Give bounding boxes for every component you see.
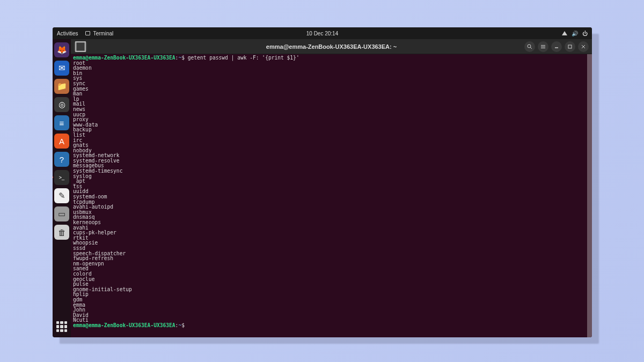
output-line: kerneoops — [73, 220, 590, 225]
output-line: man — [73, 91, 590, 97]
text-editor-icon[interactable]: ✎ — [54, 188, 69, 203]
files-icon[interactable]: 📁 — [54, 79, 69, 94]
output-line: gnome-initial-setup — [73, 287, 590, 292]
output-line: games — [73, 86, 590, 92]
output-line: proxy — [73, 117, 590, 122]
menu-button[interactable] — [538, 41, 548, 52]
prompt-line: emma@emma-ZenBook-UX363EA-UX363EA:~$ — [73, 323, 590, 328]
output-line: hplip — [73, 292, 590, 297]
system-tray[interactable]: 🔊 ⏻ — [562, 31, 588, 36]
output-line: whoopsie — [73, 240, 590, 246]
active-app-label: Terminal — [93, 31, 113, 36]
output-line: uuidd — [73, 189, 590, 194]
output-line: David — [73, 313, 590, 318]
output-line: sys — [73, 76, 590, 81]
output-line: systemd-resolve — [73, 158, 590, 164]
terminal-body[interactable]: emma@emma-ZenBook-UX363EA-UX363EA:~$ get… — [71, 54, 592, 337]
svg-line-2 — [530, 47, 532, 49]
output-line: list — [73, 132, 590, 138]
svg-rect-0 — [76, 42, 85, 51]
command-line: emma@emma-ZenBook-UX363EA-UX363EA:~$ get… — [73, 55, 590, 61]
output-line: uucp — [73, 112, 590, 117]
power-icon: ⏻ — [582, 31, 588, 36]
output-line: rtkit — [73, 235, 590, 241]
output-line: tss — [73, 184, 590, 189]
thunderbird-icon[interactable]: ✉ — [54, 61, 69, 76]
output-line: mail — [73, 101, 590, 107]
output-line: saned — [73, 266, 590, 271]
activities-button[interactable]: Activities — [57, 31, 78, 36]
volume-icon: 🔊 — [572, 31, 578, 36]
new-tab-button[interactable] — [74, 41, 87, 52]
prompt-path: ~ — [178, 322, 181, 328]
desktop-screenshot: Activities Terminal 10 Dec 20:14 🔊 ⏻ 🦊✉📁… — [53, 27, 592, 337]
output-line: systemd-timesync — [73, 168, 590, 174]
svg-rect-7 — [568, 45, 572, 48]
ssd-icon[interactable]: ▭ — [54, 206, 69, 221]
output-line: daemon — [73, 65, 590, 71]
output-line: bin — [73, 71, 590, 76]
output-line: fwupd-refresh — [73, 256, 590, 261]
scrollbar[interactable] — [587, 54, 592, 337]
help-icon[interactable]: ? — [54, 152, 69, 167]
output-line: news — [73, 107, 590, 112]
clock[interactable]: 10 Dec 20:14 — [306, 31, 339, 36]
output-line: geoclue — [73, 277, 590, 282]
gnome-top-bar: Activities Terminal 10 Dec 20:14 🔊 ⏻ — [53, 27, 592, 39]
command-text: getent passwd | awk -F: '{print $1}' — [188, 55, 299, 61]
minimize-button[interactable] — [551, 41, 562, 52]
active-app-indicator[interactable]: Terminal — [85, 31, 113, 36]
rhythmbox-icon[interactable]: ◎ — [54, 97, 69, 112]
libreoffice-writer-icon[interactable]: ≡ — [54, 115, 69, 130]
software-center-icon[interactable]: A — [54, 134, 69, 149]
terminal-app-icon — [85, 31, 90, 35]
output-line: backup — [73, 127, 590, 132]
dock: 🦊✉📁◎≡A?>_✎▭🗑 — [53, 39, 71, 337]
network-icon — [562, 31, 567, 35]
output-line: John — [73, 307, 590, 313]
output-line: irc — [73, 138, 590, 143]
output-line: sync — [73, 81, 590, 86]
search-button[interactable] — [524, 41, 535, 52]
output-line: systemd-network — [73, 153, 590, 158]
output-line: tcpdump — [73, 200, 590, 205]
output-line: avahi — [73, 225, 590, 231]
output-line: avahi-autoipd — [73, 204, 590, 210]
output-line: usbmux — [73, 210, 590, 215]
output-line: lp — [73, 97, 590, 102]
output-line: nm-openvpn — [73, 261, 590, 267]
prompt-host: emma@emma-ZenBook-UX363EA-UX363EA — [73, 55, 175, 61]
output-line: _apt — [73, 179, 590, 184]
window-title: emma@emma-ZenBook-UX363EA-UX363EA: ~ — [266, 43, 397, 50]
maximize-button[interactable] — [565, 41, 575, 52]
output-line: systemd-oom — [73, 194, 590, 200]
output-line: pulse — [73, 282, 590, 287]
trash-icon[interactable]: 🗑 — [54, 225, 69, 240]
output-line: sssd — [73, 246, 590, 251]
output-line: gnats — [73, 143, 590, 148]
output-line: speech-dispatcher — [73, 251, 590, 256]
output-line: www-data — [73, 122, 590, 128]
output-line: messagebus — [73, 163, 590, 168]
prompt-host: emma@emma-ZenBook-UX363EA-UX363EA — [73, 322, 175, 328]
output-line: colord — [73, 271, 590, 277]
output-line: syslog — [73, 174, 590, 179]
svg-point-1 — [528, 45, 531, 48]
output-line: root — [73, 61, 590, 66]
prompt-path: ~ — [178, 55, 181, 61]
firefox-icon[interactable]: 🦊 — [54, 42, 69, 57]
terminal-icon[interactable]: >_ — [54, 170, 69, 185]
window-titlebar: emma@emma-ZenBook-UX363EA-UX363EA: ~ — [71, 39, 592, 54]
output-line: emma — [73, 302, 590, 308]
show-applications-button[interactable] — [54, 319, 69, 334]
output-line: nobody — [73, 148, 590, 153]
output-line: dnsmasq — [73, 215, 590, 220]
close-button[interactable] — [578, 41, 589, 52]
output-line: cups-pk-helper — [73, 230, 590, 235]
output-line: gdm — [73, 297, 590, 302]
